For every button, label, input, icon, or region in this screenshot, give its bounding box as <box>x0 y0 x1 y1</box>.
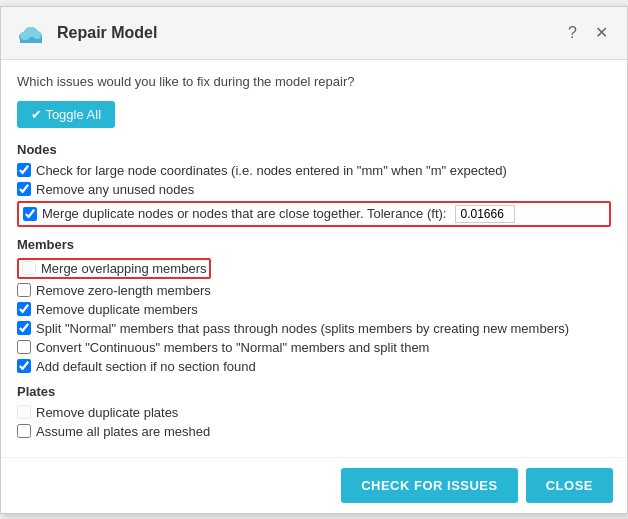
mem1-checkbox[interactable] <box>22 261 36 275</box>
node3-checkbox[interactable] <box>23 207 37 221</box>
skyciv-logo <box>15 17 47 49</box>
tolerance-input[interactable] <box>455 205 515 223</box>
header-actions: ? ✕ <box>563 21 613 44</box>
checkbox-node2: Remove any unused nodes <box>17 182 611 197</box>
plt2-label: Assume all plates are meshed <box>36 424 210 439</box>
node2-label: Remove any unused nodes <box>36 182 194 197</box>
node1-label: Check for large node coordinates (i.e. n… <box>36 163 507 178</box>
mem4-checkbox[interactable] <box>17 321 31 335</box>
checkbox-mem2: Remove zero-length members <box>17 283 611 298</box>
checkbox-mem4: Split "Normal" members that pass through… <box>17 321 611 336</box>
plt1-label: Remove duplicate plates <box>36 405 178 420</box>
mem2-label: Remove zero-length members <box>36 283 211 298</box>
toggle-all-button[interactable]: ✔ Toggle All <box>17 101 115 128</box>
close-x-button[interactable]: ✕ <box>590 21 613 44</box>
mem5-label: Convert "Continuous" members to "Normal"… <box>36 340 429 355</box>
mem3-checkbox[interactable] <box>17 302 31 316</box>
mem4-label: Split "Normal" members that pass through… <box>36 321 569 336</box>
nodes-section-label: Nodes <box>17 142 611 157</box>
checkbox-plt2: Assume all plates are meshed <box>17 424 611 439</box>
dialog-body: Which issues would you like to fix durin… <box>1 60 627 457</box>
checkbox-mem5: Convert "Continuous" members to "Normal"… <box>17 340 611 355</box>
node2-checkbox[interactable] <box>17 182 31 196</box>
dialog-title: Repair Model <box>57 24 553 42</box>
checkbox-mem3: Remove duplicate members <box>17 302 611 317</box>
svg-point-6 <box>33 31 42 39</box>
check-for-issues-button[interactable]: CHECK FOR ISSUES <box>341 468 518 503</box>
checkbox-plt1: Remove duplicate plates <box>17 405 611 420</box>
checkbox-node3-row: Merge duplicate nodes or nodes that are … <box>17 201 611 227</box>
mem6-label: Add default section if no section found <box>36 359 256 374</box>
mem6-checkbox[interactable] <box>17 359 31 373</box>
members-section-label: Members <box>17 237 611 252</box>
node1-checkbox[interactable] <box>17 163 31 177</box>
checkbox-mem1: Merge overlapping members <box>17 258 611 279</box>
close-button[interactable]: CLOSE <box>526 468 613 503</box>
plt2-checkbox[interactable] <box>17 424 31 438</box>
checkbox-node1: Check for large node coordinates (i.e. n… <box>17 163 611 178</box>
subtitle-text: Which issues would you like to fix durin… <box>17 74 611 89</box>
mem1-highlighted: Merge overlapping members <box>17 258 211 279</box>
mem2-checkbox[interactable] <box>17 283 31 297</box>
plt1-checkbox[interactable] <box>17 405 31 419</box>
mem5-checkbox[interactable] <box>17 340 31 354</box>
repair-model-dialog: Repair Model ? ✕ Which issues would you … <box>0 6 628 514</box>
checkbox-mem6: Add default section if no section found <box>17 359 611 374</box>
help-button[interactable]: ? <box>563 22 582 44</box>
plates-section-label: Plates <box>17 384 611 399</box>
mem1-label: Merge overlapping members <box>41 261 206 276</box>
dialog-header: Repair Model ? ✕ <box>1 7 627 60</box>
mem3-label: Remove duplicate members <box>36 302 198 317</box>
node3-label: Merge duplicate nodes or nodes that are … <box>42 206 446 221</box>
dialog-footer: CHECK FOR ISSUES CLOSE <box>1 457 627 513</box>
